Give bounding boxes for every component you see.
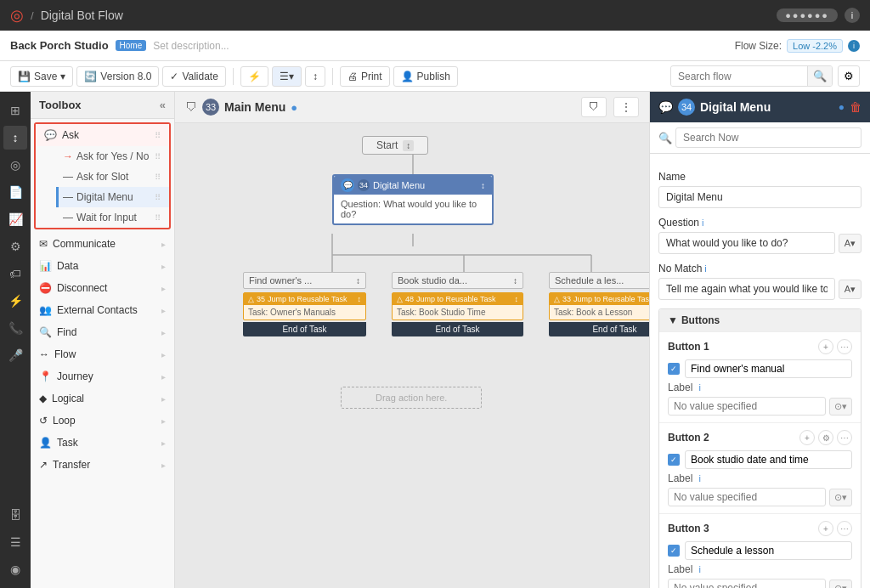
no-match-input[interactable] <box>658 278 835 300</box>
button-3-val-btn[interactable]: ⊙▾ <box>829 580 852 589</box>
button-1-more-icon[interactable]: ⋯ <box>837 339 852 354</box>
button-2-label-info[interactable]: i <box>698 473 700 483</box>
toolbar-right: 🔍 ⚙ <box>670 65 860 87</box>
sidebar-icon-chart[interactable]: 📈 <box>3 207 27 231</box>
button-2-checkbox[interactable]: ✓ <box>668 454 680 466</box>
button-1-label-input[interactable] <box>668 397 826 416</box>
button-2-more-icon[interactable]: ⋯ <box>837 430 852 445</box>
toolbox-item-digital-menu[interactable]: — Digital Menu ⠿ <box>56 187 169 207</box>
logical-arrow: ▸ <box>161 394 166 404</box>
toolbox-group-logical[interactable]: ◆ Logical ▸ <box>31 387 174 410</box>
question-input[interactable] <box>658 232 835 254</box>
toolbox-item-ask-yes-no[interactable]: → Ask for Yes / No ⠿ <box>56 146 169 167</box>
button-3-add-icon[interactable]: + <box>818 521 833 536</box>
branch-3-header[interactable]: Schedule a les... ↕ <box>549 272 649 289</box>
publish-button[interactable]: 👤 Publish <box>393 66 458 87</box>
button-3-checkbox[interactable]: ✓ <box>668 545 680 557</box>
button-3-name-row: ✓ <box>668 541 852 560</box>
icon-btn-2[interactable]: ☰▾ <box>272 66 302 87</box>
sidebar-icon-home[interactable]: ⊞ <box>3 99 27 122</box>
flow-icon: ↔ <box>39 348 49 360</box>
toolbar-sep-1 <box>233 68 234 85</box>
toolbox-group-disconnect[interactable]: ⛔ Disconnect ▸ <box>31 277 174 299</box>
button-3-label-info[interactable]: i <box>698 564 700 574</box>
button-1-header: Button 1 + ⋯ <box>668 339 852 354</box>
search-flow-input[interactable] <box>671 67 807 86</box>
sidebar-icon-navigate[interactable]: ↕ <box>3 126 27 150</box>
save-button[interactable]: 💾 Save ▾ <box>10 66 73 87</box>
gear-button[interactable]: ⚙ <box>838 65 860 87</box>
main-layout: ⊞ ↕ ◎ 📄 📈 ⚙ 🏷 ⚡ 📞 🎤 🗄 ☰ ◉ Toolbox « 💬 As… <box>0 92 870 588</box>
button-1-add-icon[interactable]: + <box>818 339 833 354</box>
right-panel-title: Digital Menu <box>700 100 833 114</box>
toolbox-group-communicate[interactable]: ✉ Communicate ▸ <box>31 233 174 255</box>
no-match-lang-button[interactable]: A▾ <box>839 280 862 299</box>
version-button[interactable]: 🔄 Version 8.0 <box>76 66 159 87</box>
button-1-label-info[interactable]: i <box>698 382 700 393</box>
sidebar-icon-tag[interactable]: 🏷 <box>3 262 27 286</box>
sidebar-icon-phone[interactable]: 📞 <box>3 316 27 340</box>
toolbox-group-task[interactable]: 👤 Task ▸ <box>31 432 174 454</box>
flow-arrow: ▸ <box>161 350 166 359</box>
toolbox-group-journey[interactable]: 📍 Journey ▸ <box>31 365 174 387</box>
button-3-label-input[interactable] <box>668 579 826 588</box>
right-search-bar: 🔍 <box>650 122 870 154</box>
set-description[interactable]: Set description... <box>153 40 229 52</box>
digital-menu-node[interactable]: 💬 34 Digital Menu ↕ Question: What would… <box>332 174 494 225</box>
print-button[interactable]: 🖨 Print <box>340 66 390 87</box>
button-2-settings-icon[interactable]: ⚙ <box>818 430 833 445</box>
icon-btn-1[interactable]: ⚡ <box>240 66 268 87</box>
button-1-actions: + ⋯ <box>818 339 852 354</box>
task-arrow: ▸ <box>161 438 166 448</box>
toolbox-collapse[interactable]: « <box>160 99 166 111</box>
drag-action-zone[interactable]: Drag action here. <box>341 387 482 409</box>
button-1-val-btn[interactable]: ⊙▾ <box>829 398 852 416</box>
sidebar-icon-settings[interactable]: ⚙ <box>3 235 27 258</box>
sidebar-icon-layers[interactable]: ☰ <box>3 530 27 554</box>
flow-canvas[interactable]: Start ↕ 💬 34 Digital Menu ↕ Question: Wh… <box>175 123 649 588</box>
branch-2-header[interactable]: Book studio da... ↕ <box>392 272 523 289</box>
question-info-icon[interactable]: i <box>702 218 703 228</box>
canvas-inner: Start ↕ 💬 34 Digital Menu ↕ Question: Wh… <box>175 132 649 438</box>
toolbox-group-external[interactable]: 👥 External Contacts ▸ <box>31 299 174 321</box>
button-1-name-input[interactable] <box>685 359 852 378</box>
no-match-info-icon[interactable]: i <box>704 263 706 274</box>
toolbox-item-ask-slot[interactable]: — Ask for Slot ⠿ <box>56 167 169 187</box>
search-flow-button[interactable]: 🔍 <box>807 66 832 86</box>
button-2-val-btn[interactable]: ⊙▾ <box>829 489 852 506</box>
icon-btn-3[interactable]: ↕ <box>305 66 325 87</box>
sidebar-icon-bottom[interactable]: ◉ <box>3 557 27 581</box>
toolbox-group-ask[interactable]: 💬 Ask ⠿ <box>36 124 169 146</box>
branch-1-header[interactable]: Find owner's ... ↕ <box>243 272 366 289</box>
button-3-more-icon[interactable]: ⋯ <box>837 521 852 536</box>
toolbox-group-loop[interactable]: ↺ Loop ▸ <box>31 410 174 432</box>
question-lang-button[interactable]: A▾ <box>839 234 862 253</box>
toolbox-group-find[interactable]: 🔍 Find ▸ <box>31 321 174 343</box>
sidebar-icon-plug[interactable]: ⚡ <box>3 289 27 313</box>
toolbox-group-data[interactable]: 📊 Data ▸ <box>31 255 174 277</box>
data-arrow: ▸ <box>161 262 166 271</box>
right-search-input[interactable] <box>675 127 862 148</box>
flow-size-info[interactable]: i <box>848 40 860 52</box>
info-button[interactable]: i <box>845 8 860 23</box>
sidebar-icon-docs[interactable]: 📄 <box>3 180 27 204</box>
button-2-name-input[interactable] <box>685 450 852 469</box>
button-2-label-input[interactable] <box>668 488 826 506</box>
top-bar-right: ●●●●●● i <box>777 8 860 23</box>
name-field-input[interactable] <box>658 186 862 208</box>
delete-button[interactable]: 🗑 <box>850 100 862 114</box>
sidebar-icon-db[interactable]: 🗄 <box>3 503 27 527</box>
sidebar-icon-circle[interactable]: ◎ <box>3 153 27 177</box>
toolbox-group-transfer[interactable]: ↗ Transfer ▸ <box>31 454 174 476</box>
studio-name: Back Porch Studio <box>10 39 109 52</box>
toolbox-group-flow[interactable]: ↔ Flow ▸ <box>31 343 174 365</box>
flow-more-button[interactable]: ⋮ <box>613 97 639 117</box>
validate-button[interactable]: ✓ Validate <box>162 66 225 87</box>
toolbox-item-wait-for-input[interactable]: — Wait for Input ⠿ <box>56 207 169 228</box>
button-1-checkbox[interactable]: ✓ <box>668 363 680 375</box>
flow-share-button[interactable]: ⛉ <box>581 97 607 117</box>
button-3-name-input[interactable] <box>685 541 852 560</box>
sidebar-icon-mic[interactable]: 🎤 <box>3 343 27 367</box>
button-2-add-icon[interactable]: + <box>799 430 815 445</box>
buttons-section-header[interactable]: ▼ Buttons <box>659 309 861 331</box>
